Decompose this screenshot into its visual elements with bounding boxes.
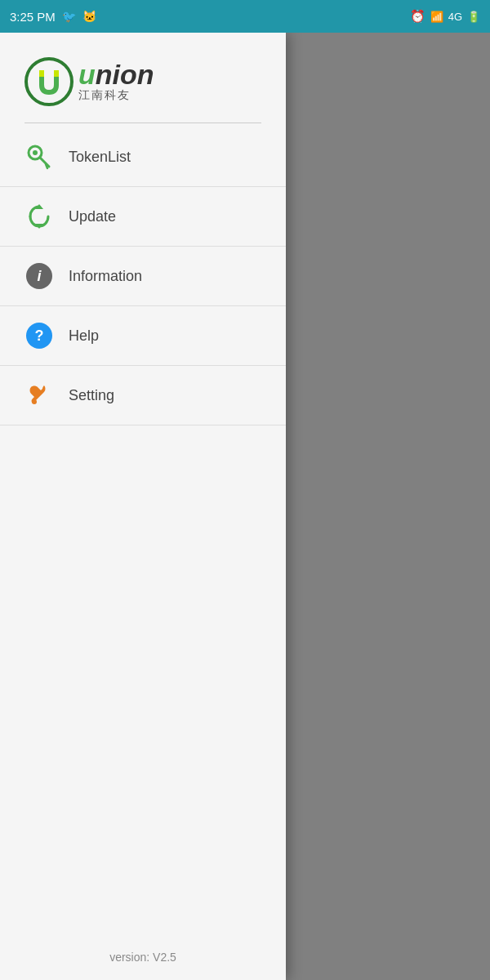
help-circle: ? (26, 323, 52, 349)
menu-item-tokenlist[interactable]: TokenList (0, 127, 286, 187)
battery-icon: 🔋 (467, 11, 480, 23)
menu-list: TokenList Update i I (0, 123, 286, 934)
nav-drawer: union 江南科友 TokenList (0, 33, 286, 980)
menu-item-setting[interactable]: Setting (0, 366, 286, 425)
info-circle: i (26, 263, 52, 289)
menu-item-help[interactable]: ? Help (0, 306, 286, 366)
logo-area: union 江南科友 (0, 33, 286, 122)
help-icon: ? (24, 321, 54, 350)
logo-union-text: union (78, 60, 154, 88)
main-layout: ng › union (0, 33, 490, 980)
time-display: 3:25 PM (10, 10, 56, 24)
status-right: ⏰ 📶 4G 🔋 (410, 9, 480, 24)
info-icon: i (24, 261, 54, 291)
signal-bars-icon: 📶 (430, 11, 443, 23)
svg-point-7 (32, 399, 37, 404)
token-icon (24, 142, 54, 172)
logo-text-group: union 江南科友 (78, 60, 154, 103)
logo-icon (24, 57, 74, 106)
wifi-icon: 🐦 (62, 10, 76, 23)
version-label: version: V2.5 (109, 951, 176, 964)
alarm-icon: ⏰ (410, 9, 425, 24)
menu-item-update[interactable]: Update (0, 187, 286, 247)
update-label: Update (69, 208, 116, 225)
status-bar: 3:25 PM 🐦 🐱 ⏰ 📶 4G 🔋 (0, 0, 490, 33)
svg-point-0 (26, 59, 72, 105)
help-label: Help (69, 327, 99, 345)
update-icon (24, 202, 54, 231)
setting-label: Setting (69, 387, 114, 404)
setting-icon (24, 381, 54, 410)
menu-item-information[interactable]: i Information (0, 247, 286, 306)
cloud-icon: 🐱 (82, 10, 96, 23)
status-left: 3:25 PM 🐦 🐱 (10, 10, 96, 24)
svg-point-2 (33, 150, 38, 155)
network-type: 4G (448, 11, 462, 23)
logo-cn-text: 江南科友 (78, 88, 154, 103)
background-app: ng › (286, 33, 490, 980)
tokenlist-label: TokenList (69, 149, 131, 166)
version-area: version: V2.5 (0, 934, 286, 980)
information-label: Information (69, 268, 142, 285)
svg-line-3 (40, 158, 49, 167)
